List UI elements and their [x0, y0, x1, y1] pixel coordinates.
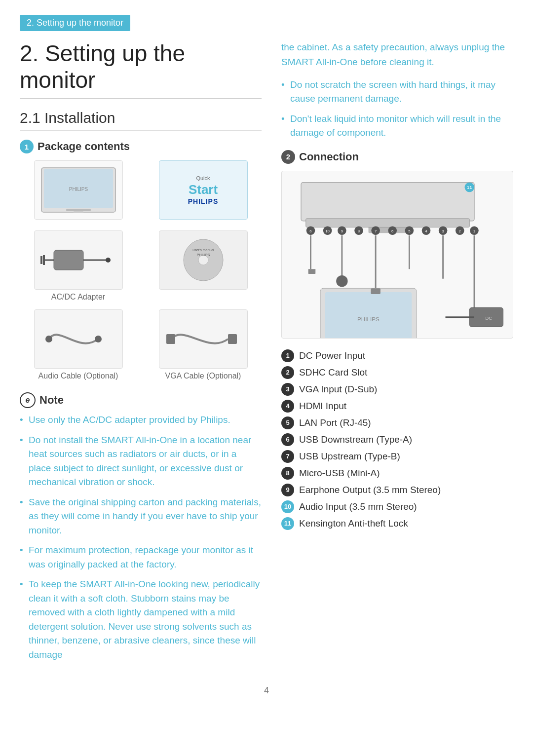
list-item: Save the original shipping carton and pa… — [20, 495, 262, 538]
svg-rect-61 — [308, 269, 316, 274]
package-item-audio-cable: Audio Cable (Optional) — [20, 309, 137, 380]
list-item: 7 USB Upstream (Type-B) — [281, 450, 513, 463]
list-item: 3 VGA Input (D-Sub) — [281, 383, 513, 396]
chapter-title: 2. Setting up the monitor — [20, 40, 262, 99]
intro-text: the cabinet. As a safety precaution, alw… — [281, 40, 513, 70]
connection-section: 2 Connection 11 — [281, 150, 513, 530]
note-icon: e — [20, 392, 36, 408]
svg-text:10: 10 — [325, 229, 330, 233]
port-badge-2: 2 — [281, 366, 294, 379]
svg-point-7 — [106, 258, 111, 263]
svg-rect-18 — [228, 334, 237, 344]
svg-text:4: 4 — [425, 229, 427, 233]
package-grid: PHILIPS Quick Start PHILIPS — [20, 160, 262, 380]
svg-text:3: 3 — [442, 229, 444, 233]
list-item: To keep the SMART All-in-One looking new… — [20, 577, 262, 662]
svg-text:11: 11 — [467, 185, 472, 190]
svg-rect-4 — [74, 211, 83, 213]
list-item: 2 SDHC Card Slot — [281, 366, 513, 379]
list-item: Do not install the SMART All-in-One in a… — [20, 433, 262, 490]
svg-text:6: 6 — [391, 229, 393, 233]
right-bullet-list: Do not scratch the screen with hard thin… — [281, 78, 513, 140]
svg-point-15 — [45, 336, 52, 342]
package-contents-label: 1 Package contents — [20, 140, 262, 153]
adapter-label: AC/DC Adapter — [51, 293, 105, 302]
port-badge-11: 11 — [281, 517, 294, 530]
svg-text:PHILIPS: PHILIPS — [196, 253, 210, 257]
svg-text:1: 1 — [473, 229, 475, 233]
svg-rect-3 — [66, 209, 91, 211]
svg-point-16 — [95, 336, 102, 342]
list-item: 11 Kensington Anti-theft Lock — [281, 517, 513, 530]
svg-text:5: 5 — [408, 229, 411, 233]
svg-rect-22 — [306, 219, 470, 227]
vga-cable-label: VGA Cable (Optional) — [165, 372, 241, 380]
audio-cable-image — [34, 309, 123, 369]
list-item: 4 HDMI Input — [281, 400, 513, 413]
list-item: 1 DC Power Input — [281, 349, 513, 362]
svg-rect-5 — [54, 250, 83, 270]
package-item-manual: user's manual PHILIPS — [145, 230, 262, 302]
list-item: Don't leak liquid into monitor which wil… — [281, 112, 513, 140]
list-item: Do not scratch the screen with hard thin… — [281, 78, 513, 106]
svg-text:2: 2 — [459, 229, 461, 233]
list-item: 10 Audio Input (3.5 mm Stereo) — [281, 500, 513, 513]
svg-rect-54 — [325, 292, 412, 338]
port-badge-10: 10 — [281, 500, 294, 513]
port-list: 1 DC Power Input 2 SDHC Card Slot 3 VGA … — [281, 349, 513, 530]
left-column: 2. Setting up the monitor 2.1 Installati… — [20, 40, 262, 671]
svg-text:7: 7 — [375, 229, 377, 233]
port-badge-4: 4 — [281, 400, 294, 413]
list-item: 8 Micro-USB (Mini-A) — [281, 467, 513, 480]
port-badge-5: 5 — [281, 416, 294, 429]
svg-point-12 — [198, 255, 208, 265]
package-item-quickstart: Quick Start PHILIPS — [145, 160, 262, 223]
svg-rect-19 — [301, 183, 474, 221]
note-section: e Note Use only the AC/DC adapter provid… — [20, 392, 262, 662]
connection-diagram: 11 6 10 9 8 7 6 5 — [281, 171, 513, 339]
package-item-vga-cable: VGA Cable (Optional) — [145, 309, 262, 380]
list-item: Use only the AC/DC adapter provided by P… — [20, 413, 262, 427]
audio-cable-label: Audio Cable (Optional) — [38, 372, 118, 380]
vga-cable-image — [159, 309, 248, 369]
manual-image: user's manual PHILIPS — [159, 230, 248, 290]
page-number: 4 — [20, 685, 513, 696]
connection-badge: 2 — [281, 150, 295, 164]
package-item-monitor: PHILIPS — [20, 160, 137, 223]
list-item: 5 LAN Port (RJ-45) — [281, 416, 513, 429]
monitor-image: PHILIPS — [34, 160, 123, 220]
svg-rect-60 — [371, 288, 381, 294]
right-column: the cabinet. As a safety precaution, alw… — [281, 40, 513, 671]
port-badge-3: 3 — [281, 383, 294, 396]
package-item-adapter: AC/DC Adapter — [20, 230, 137, 302]
port-badge-1: 1 — [281, 349, 294, 362]
note-header: e Note — [20, 392, 262, 408]
breadcrumb: 2. Setting up the monitor — [20, 15, 130, 31]
port-badge-9: 9 — [281, 484, 294, 496]
list-item: 9 Earphone Output (3.5 mm Stereo) — [281, 484, 513, 496]
port-badge-7: 7 — [281, 450, 294, 463]
connection-label: 2 Connection — [281, 150, 513, 164]
svg-text:PHILIPS: PHILIPS — [69, 187, 88, 192]
svg-rect-17 — [166, 334, 175, 344]
svg-text:DC: DC — [485, 315, 492, 320]
svg-text:6: 6 — [309, 229, 311, 233]
list-item: 6 USB Downstream (Type-A) — [281, 433, 513, 446]
port-badge-8: 8 — [281, 467, 294, 480]
section-title: 2.1 Installation — [20, 110, 262, 131]
list-item: For maximum protection, repackage your m… — [20, 543, 262, 571]
svg-text:PHILIPS: PHILIPS — [357, 315, 380, 322]
adapter-image — [34, 230, 123, 290]
package-badge: 1 — [20, 140, 34, 153]
note-list: Use only the AC/DC adapter provided by P… — [20, 413, 262, 662]
svg-text:8: 8 — [358, 229, 360, 233]
svg-text:user's manual: user's manual — [192, 248, 214, 252]
quickstart-image: Quick Start PHILIPS — [159, 160, 248, 220]
svg-point-59 — [336, 275, 347, 287]
svg-text:9: 9 — [341, 229, 343, 233]
port-badge-6: 6 — [281, 433, 294, 446]
